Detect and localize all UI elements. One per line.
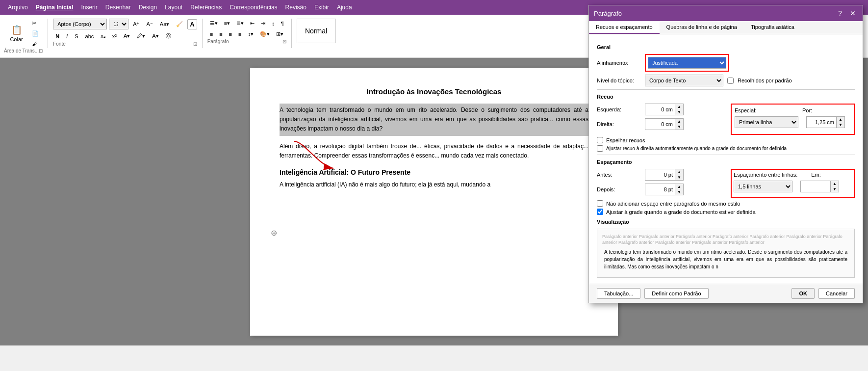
strikethrough-button[interactable]: abc (83, 32, 97, 41)
menu-revisao[interactable]: Revisão (281, 4, 310, 11)
menu-desenhar[interactable]: Desenhar (102, 4, 135, 11)
menu-correspondencias[interactable]: Correspondências (226, 4, 281, 11)
underline-button[interactable]: S (72, 32, 80, 41)
shading-button[interactable]: 🎨▾ (257, 29, 272, 39)
nivel-select[interactable]: Corpo de Texto (645, 75, 723, 86)
depois-up[interactable]: ▲ (675, 184, 683, 189)
direita-input[interactable] (645, 119, 675, 130)
geral-section-title: Geral (597, 44, 855, 50)
cancelar-button[interactable]: Cancelar (818, 288, 855, 299)
doc-title: Introdução às Inovações Tecnológicas (280, 87, 588, 96)
pincel-button[interactable]: 🖌 (29, 39, 41, 48)
bold-button[interactable]: N (53, 32, 62, 41)
nao-adicionar-checkbox[interactable] (597, 200, 603, 207)
multi-level-button[interactable]: ≣▾ (234, 19, 246, 28)
font-shrink-button[interactable]: A⁻ (144, 20, 155, 29)
clear-format-button[interactable]: 🧹 (174, 20, 185, 29)
alinhamento-select[interactable]: Justificada (648, 57, 726, 69)
font-extra-button[interactable]: ⓪ (163, 31, 174, 41)
font-grow-button[interactable]: A⁺ (130, 20, 142, 29)
colar-button[interactable]: 📋 Colar (5, 22, 27, 45)
espelhar-checkbox[interactable] (597, 137, 603, 143)
em-down[interactable]: ▼ (831, 186, 839, 192)
sort-button[interactable]: ↕ (269, 19, 277, 28)
tab-quebras[interactable]: Quebras de linha e de página (660, 21, 744, 34)
especial-label: Especial: (735, 107, 779, 113)
por-down[interactable]: ▼ (837, 122, 844, 128)
tab-recuos[interactable]: Recuos e espaçamento (589, 21, 660, 34)
nivel-label: Nível do tópico: (597, 78, 641, 83)
em-up[interactable]: ▲ (831, 181, 839, 186)
menu-referencias[interactable]: Referências (186, 4, 226, 11)
font-name-select[interactable]: Aptos (Corpo) (53, 19, 107, 29)
ajustar-recuo-checkbox[interactable] (597, 145, 603, 152)
esquerda-input[interactable] (645, 104, 675, 115)
esquerda-down[interactable]: ▼ (675, 109, 683, 115)
line-spacing-button[interactable]: ↕▾ (245, 29, 256, 39)
clipboard-expand[interactable]: ⊡ (39, 48, 43, 53)
copiar-button[interactable]: 📄 (29, 29, 41, 38)
menu-exibir[interactable]: Exibir (310, 4, 333, 11)
depois-down[interactable]: ▼ (675, 189, 683, 195)
align-right-button[interactable]: ≡ (227, 30, 234, 39)
normal-style-preview[interactable]: Normal (297, 19, 336, 43)
ok-button[interactable]: OK (791, 288, 815, 299)
change-case-button[interactable]: Aa▾ (157, 20, 172, 29)
alinhamento-label: Alinhamento: (597, 60, 641, 66)
highlight-button[interactable]: 🖊▾ (134, 31, 148, 41)
menu-design[interactable]: Design (135, 4, 161, 11)
align-justify-button[interactable]: ≡ (236, 30, 244, 39)
entre-linhas-select[interactable]: 1,5 linhas (734, 181, 792, 192)
direita-down[interactable]: ▼ (675, 124, 683, 130)
dialog-help-button[interactable]: ? (835, 8, 845, 18)
esquerda-up[interactable]: ▲ (675, 104, 683, 109)
por-up[interactable]: ▲ (837, 117, 844, 122)
antes-down[interactable]: ▼ (675, 175, 683, 180)
especial-select[interactable]: Primeira linha (735, 116, 798, 128)
antes-input[interactable] (645, 169, 675, 180)
em-input[interactable] (801, 181, 830, 192)
align-center-button[interactable]: ≡ (217, 30, 225, 39)
recortar-button[interactable]: ✂ (29, 19, 41, 28)
font-bg-button[interactable]: A▾ (150, 31, 161, 41)
definir-padrao-button[interactable]: Definir como Padrão (644, 288, 708, 299)
bullets-button[interactable]: ☰▾ (207, 19, 220, 28)
font-color-button[interactable]: A▾ (121, 31, 132, 41)
especial-header-row: Especial: Por: (735, 107, 851, 113)
align-left-button[interactable]: ≡ (207, 30, 215, 39)
antes-up[interactable]: ▲ (675, 169, 683, 175)
menu-layout[interactable]: Layout (161, 4, 186, 11)
dialog-close-button[interactable]: ✕ (848, 8, 858, 18)
show-marks-button[interactable]: ¶ (279, 19, 286, 28)
ajustar-grade-checkbox[interactable] (597, 209, 603, 215)
decrease-indent-button[interactable]: ⇤ (248, 19, 257, 28)
menu-inserir[interactable]: Inserir (77, 4, 101, 11)
italic-button[interactable]: I (64, 32, 70, 41)
espelhar-row: Espelhar recuos (597, 137, 855, 143)
depois-input[interactable] (645, 184, 675, 195)
paragrafo-expand[interactable]: ⊡ (282, 39, 286, 44)
text-effect-button[interactable]: A (187, 19, 197, 29)
font-size-select[interactable]: 12 (109, 19, 128, 29)
menu-pagina-inicial[interactable]: Página Inicial (32, 4, 77, 11)
fonte-expand[interactable]: ⊡ (193, 41, 197, 47)
preview-box: Parágrafo anterior Parágrafo anterior Pa… (597, 229, 855, 278)
tabulacao-button[interactable]: Tabulação... (597, 288, 640, 299)
subscript-button[interactable]: x₂ (98, 31, 108, 41)
menu-arquivo[interactable]: Arquivo (4, 4, 32, 11)
menu-ajuda[interactable]: Ajuda (333, 4, 356, 11)
por-input[interactable] (807, 117, 836, 128)
borders-button[interactable]: ⊞▾ (274, 29, 286, 39)
recolhidos-checkbox[interactable] (727, 78, 734, 84)
direita-spinner: ▲ ▼ (645, 118, 684, 130)
fonte-label: Fonte (53, 41, 66, 47)
tab-tipografia[interactable]: Tipografia asiática (744, 21, 801, 34)
direita-label: Direita: (597, 121, 641, 127)
increase-indent-button[interactable]: ⇥ (258, 19, 268, 28)
dialog-tabs: Recuos e espaçamento Quebras de linha e … (589, 21, 863, 34)
direita-up[interactable]: ▲ (675, 119, 683, 124)
numbering-button[interactable]: ≡▾ (222, 19, 232, 28)
paragraph-mark: ⊕ (271, 228, 277, 238)
footer-right: OK Cancelar (791, 288, 855, 299)
superscript-button[interactable]: x² (110, 32, 119, 41)
